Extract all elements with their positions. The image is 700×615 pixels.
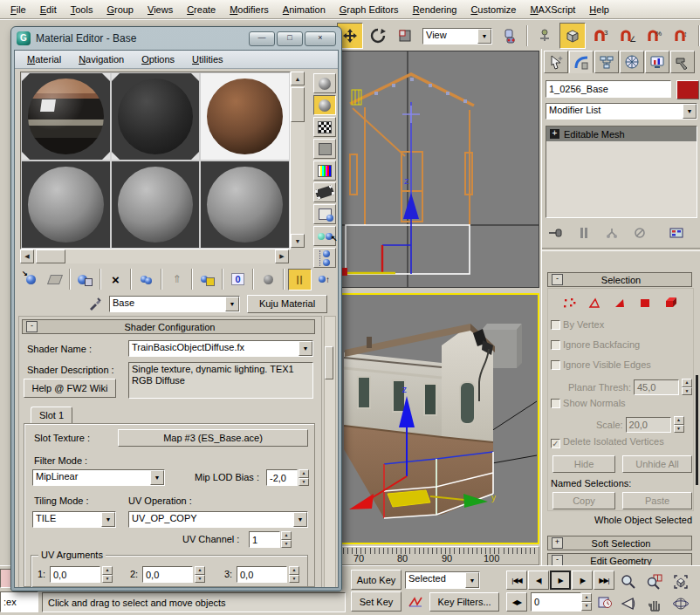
get-material-button[interactable]: ↘ <box>20 270 42 290</box>
sample-slot-6[interactable] <box>200 161 290 249</box>
default-tangent-button[interactable] <box>405 592 426 612</box>
scroll-right-icon[interactable]: ▶ <box>275 249 289 263</box>
material-type-button[interactable]: Kuju Material <box>247 295 327 313</box>
spinner-down-icon[interactable] <box>682 387 692 396</box>
make-unique-material-button[interactable]: ⇑ <box>166 270 188 290</box>
scroll-left-icon[interactable]: ◀ <box>20 249 34 263</box>
menu-file[interactable]: File <box>3 3 33 17</box>
arc-rotate-button[interactable] <box>669 591 693 615</box>
rollout-collapse-icon[interactable]: - <box>552 274 563 285</box>
menu-modifiers[interactable]: Modifiers <box>223 3 276 17</box>
menu-customize[interactable]: Customize <box>463 3 523 17</box>
spinner-up-icon[interactable] <box>299 469 309 478</box>
modifier-stack[interactable]: + Editable Mesh <box>546 126 697 218</box>
planar-thresh-field[interactable]: 45,0 <box>634 379 679 395</box>
field-of-view-button[interactable] <box>616 591 641 615</box>
set-key-button[interactable]: Set Key <box>351 591 401 612</box>
slot-texture-map-button[interactable]: Map #3 (ES_Base.ace) <box>118 429 308 447</box>
spinner-up-icon[interactable] <box>581 593 592 602</box>
spinner-down-icon[interactable] <box>195 575 205 584</box>
uv-channel-field[interactable]: 1 <box>249 531 280 548</box>
material-editor-window[interactable]: G Material Editor - Base — □ × Material … <box>10 26 342 591</box>
show-end-result-button[interactable]: || <box>288 269 312 290</box>
panel-scroll-indicator[interactable] <box>696 375 698 485</box>
remove-modifier-button[interactable] <box>629 223 650 243</box>
object-name-field[interactable]: 1_0256_Base <box>546 80 671 98</box>
dropdown-arrow-icon[interactable] <box>465 572 479 588</box>
zoom-all-button[interactable] <box>642 570 667 594</box>
pan-button[interactable] <box>642 591 667 615</box>
reference-coordinate-dropdown[interactable]: View <box>422 28 492 44</box>
go-forward-to-sibling-button[interactable]: → <box>337 270 339 290</box>
min-max-toggle-button[interactable] <box>695 591 700 615</box>
viewport-front[interactable]: Z <box>340 51 539 288</box>
shader-name-dropdown[interactable]: TrainBasicObjectDiffuse.fx <box>128 340 313 357</box>
select-by-material-button[interactable]: ↖ <box>313 226 336 246</box>
tab-modify[interactable] <box>569 51 594 73</box>
zoom-extents-all-button[interactable] <box>695 570 700 594</box>
paste-button[interactable]: Paste <box>622 492 692 509</box>
rollout-expand-icon[interactable]: + <box>552 537 563 549</box>
hide-button[interactable]: Hide <box>552 455 615 473</box>
dropdown-arrow-icon[interactable] <box>150 470 164 485</box>
uv-channel-spinner[interactable] <box>281 531 292 548</box>
select-and-rotate-button[interactable] <box>366 24 390 48</box>
spinner-up-icon[interactable] <box>289 566 299 575</box>
options-button[interactable] <box>313 204 336 224</box>
snaps-toggle-button[interactable] <box>559 23 586 49</box>
maximize-button[interactable]: □ <box>277 31 303 46</box>
ignore-backfacing-checkbox[interactable] <box>551 340 560 350</box>
percent-snap-toggle-button[interactable]: % <box>642 24 667 48</box>
menu-views[interactable]: Views <box>141 3 180 17</box>
spinner-up-icon[interactable] <box>674 416 684 425</box>
play-button[interactable]: ▶ <box>550 571 571 590</box>
scrollbar-thumb[interactable] <box>325 346 333 379</box>
dropdown-arrow-icon[interactable] <box>293 512 307 527</box>
planar-thresh-spinner[interactable] <box>682 379 692 395</box>
sample-slot-4[interactable] <box>21 161 111 249</box>
selection-rollout-header[interactable]: - Selection <box>547 272 692 287</box>
show-map-in-viewport-button[interactable] <box>257 270 279 290</box>
uv-arg3-spinner[interactable] <box>289 566 299 583</box>
menu-create[interactable]: Create <box>180 3 223 17</box>
menu-graph-editors[interactable]: Graph Editors <box>333 3 406 17</box>
time-spinner[interactable] <box>581 593 592 611</box>
show-end-result-stack-button[interactable] <box>573 223 594 243</box>
polygon-subobject-icon[interactable] <box>639 297 652 309</box>
slot-1-tab[interactable]: Slot 1 <box>31 407 72 424</box>
dropdown-arrow-icon[interactable] <box>477 29 491 44</box>
object-color-swatch[interactable] <box>676 80 699 99</box>
time-configuration-button[interactable] <box>595 592 614 612</box>
key-mode-toggle-button[interactable]: ◀▶ <box>506 592 527 612</box>
spinner-up-icon[interactable] <box>682 379 692 387</box>
spinner-up-icon[interactable] <box>195 566 205 575</box>
slots-horizontal-scrollbar[interactable]: ◀ ▶ <box>20 249 289 263</box>
dropdown-arrow-icon[interactable] <box>101 512 115 527</box>
by-vertex-checkbox[interactable] <box>551 320 560 330</box>
spinner-snap-toggle-button[interactable]: ↕ <box>669 24 694 48</box>
background-button[interactable] <box>313 117 336 137</box>
make-material-copy-button[interactable] <box>135 270 157 290</box>
element-subobject-icon[interactable] <box>664 297 678 309</box>
auto-key-button[interactable]: Auto Key <box>351 570 401 590</box>
unhide-all-button[interactable]: Unhide All <box>622 455 692 473</box>
configure-modifier-sets-button[interactable] <box>666 223 687 243</box>
select-and-scale-button[interactable] <box>393 24 417 48</box>
spinner-down-icon[interactable] <box>581 602 592 611</box>
stack-item-editable-mesh[interactable]: + Editable Mesh <box>546 126 697 141</box>
menu-options[interactable]: Options <box>134 53 182 65</box>
spinner-down-icon[interactable] <box>281 540 292 549</box>
zoom-extents-button[interactable] <box>669 570 693 594</box>
scale-spinner[interactable] <box>674 416 684 433</box>
reset-map-button[interactable]: × <box>105 270 127 290</box>
minimize-button[interactable]: — <box>249 31 275 46</box>
uv-operation-dropdown[interactable]: UV_OP_COPY <box>128 511 308 528</box>
uv-arg1-field[interactable]: 0,0 <box>50 566 100 583</box>
uv-arg1-spinner[interactable] <box>102 566 113 583</box>
zoom-button[interactable] <box>616 570 641 594</box>
menu-maxscript[interactable]: MAXScript <box>523 3 582 17</box>
edge-subobject-icon[interactable] <box>588 297 601 309</box>
make-unique-button[interactable] <box>601 223 622 243</box>
edit-geometry-rollout-header[interactable]: - Edit Geometry <box>547 553 692 565</box>
spinner-down-icon[interactable] <box>299 478 309 487</box>
